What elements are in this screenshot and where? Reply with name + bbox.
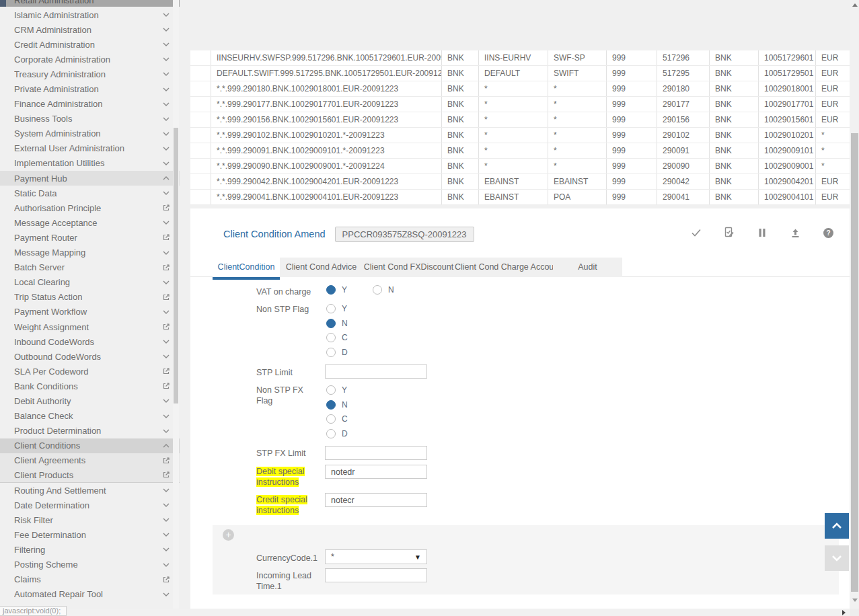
radio-option[interactable]: C [326, 414, 348, 424]
sidebar-item-client-products[interactable]: Client Products [0, 468, 180, 483]
radio-selected-icon[interactable] [326, 285, 336, 295]
sidebar-item-business-tools[interactable]: Business Tools [0, 112, 180, 126]
sidebar-item-implementation-utilities[interactable]: Implementation Utilities [0, 156, 180, 171]
add-row-icon[interactable]: + [223, 529, 234, 541]
sidebar-item-payment-hub[interactable]: Payment Hub [0, 171, 180, 186]
table-row[interactable]: DEFAULT.SWIFT.999.517295.BNK.10051729501… [190, 66, 850, 81]
table-row[interactable]: *.*.999.290156.BNK.10029015601.EUR-20091… [190, 112, 850, 128]
sidebar-item-trip-status-action[interactable]: Trip Status Action [0, 290, 180, 305]
radio-unselected-icon[interactable] [326, 429, 336, 438]
sidebar-item-local-clearing[interactable]: Local Clearing [0, 275, 180, 290]
table-row[interactable]: *.*.999.290042.BNK.10029004201.EUR-20091… [190, 174, 850, 190]
help-icon[interactable]: ? [821, 226, 835, 239]
page-horizontal-scrollbar[interactable] [0, 609, 850, 616]
table-row[interactable]: *.*.999.290180.BNK.10029018001.EUR-20091… [190, 81, 850, 97]
sidebar-item-debit-authority[interactable]: Debit Authority [0, 393, 180, 408]
radio-unselected-icon[interactable] [373, 285, 382, 295]
sidebar-item-claims[interactable]: Claims [0, 572, 180, 587]
sidebar-item-risk-filter[interactable]: Risk Filter [0, 512, 180, 527]
table-row[interactable]: *.*.999.290041.BNK.10029004101.EUR-20091… [190, 190, 850, 205]
radio-option[interactable]: Y [326, 285, 347, 295]
sidebar-item-authorisation-principle[interactable]: Authorisation Principle [0, 200, 180, 215]
sidebar-item-client-conditions[interactable]: Client Conditions [0, 438, 180, 453]
table-row[interactable]: IINSEURHV.SWFSP.999.517296.BNK.100517296… [190, 50, 850, 66]
sidebar-item-private-administration[interactable]: Private Administration [0, 81, 180, 96]
table-row[interactable]: *.*.999.290090.BNK.10029009001.*-2009122… [190, 159, 850, 174]
sidebar-item-message-mapping[interactable]: Message Mapping [0, 245, 180, 260]
radio-unselected-icon[interactable] [326, 385, 336, 395]
page-vertical-scrollbar[interactable] [850, 0, 859, 609]
radio-option-label: D [342, 429, 348, 438]
stp-fx-limit-input[interactable] [325, 446, 427, 460]
radio-unselected-icon[interactable] [326, 414, 336, 424]
currency-code-select[interactable]: * ▼ [325, 549, 427, 564]
sidebar-item-external-user-administration[interactable]: External User Administration [0, 141, 180, 156]
sidebar-scrollbar[interactable] [173, 0, 179, 616]
debit-special-instructions-input[interactable] [325, 465, 427, 479]
sidebar-item-automated-repair-tool[interactable]: Automated Repair Tool [0, 587, 180, 602]
confirm-icon[interactable] [689, 226, 703, 239]
upload-icon[interactable] [788, 226, 802, 239]
sidebar-item-bank-conditions[interactable]: Bank Conditions [0, 379, 180, 393]
table-cell: *.*.999.290177.BNK.10029017701.EUR-20091… [211, 97, 442, 112]
radio-option[interactable]: N [373, 285, 394, 295]
scroll-to-top-button[interactable] [825, 513, 849, 539]
radio-option[interactable]: Y [326, 304, 348, 313]
radio-unselected-icon[interactable] [326, 333, 336, 342]
sidebar-item-payment-router[interactable]: Payment Router [0, 230, 180, 245]
tab-audit[interactable]: Audit [553, 258, 622, 277]
radio-option[interactable]: D [326, 348, 348, 357]
sidebar-item-treasury-administration[interactable]: Treasury Administration [0, 67, 180, 81]
sidebar-item-posting-scheme[interactable]: Posting Scheme [0, 557, 180, 572]
radio-option[interactable]: D [326, 429, 348, 438]
radio-option[interactable]: N [326, 400, 348, 410]
stp-limit-input[interactable] [325, 364, 427, 379]
sidebar-item-message-acceptance[interactable]: Message Acceptance [0, 215, 180, 230]
scrollbar-down-arrow-icon[interactable] [852, 599, 858, 602]
tab-client-cond-fxdiscount[interactable]: Client Cond FXDiscount [363, 258, 455, 277]
sidebar-scrollbar-thumb[interactable] [174, 128, 178, 403]
sidebar-item-system-administration[interactable]: System Administration [0, 126, 180, 141]
sidebar-item-fee-determination[interactable]: Fee Determination [0, 527, 180, 542]
radio-option[interactable]: N [326, 319, 348, 328]
sidebar-item-date-determination[interactable]: Date Determination [0, 498, 180, 512]
sidebar-item-filtering[interactable]: Filtering [0, 542, 180, 557]
sidebar-item-corporate-administration[interactable]: Corporate Administration [0, 52, 180, 67]
table-row[interactable]: *.*.999.290102.BNK.10029010201.*-2009122… [190, 128, 850, 143]
sidebar-item-batch-server[interactable]: Batch Server [0, 260, 180, 275]
scrollbar-up-arrow-icon[interactable] [852, 3, 858, 7]
credit-special-instructions-input[interactable] [325, 493, 427, 507]
radio-selected-icon[interactable] [326, 319, 336, 328]
radio-unselected-icon[interactable] [326, 348, 336, 357]
scrollbar-right-arrow-icon[interactable] [842, 610, 846, 615]
edit-record-icon[interactable] [722, 226, 736, 239]
radio-selected-icon[interactable] [326, 400, 336, 410]
sidebar-item-retail-administration[interactable]: Retail Administration [0, 0, 180, 7]
scroll-to-bottom-button[interactable] [825, 545, 849, 571]
sidebar-item-static-data[interactable]: Static Data [0, 186, 180, 200]
hold-icon[interactable] [755, 226, 769, 239]
sidebar-item-inbound-codewords[interactable]: Inbound CodeWords [0, 334, 180, 349]
tab-client-cond-charge-account[interactable]: Client Cond Charge Account [455, 258, 553, 277]
table-row[interactable]: *.*.999.290177.BNK.10029017701.EUR-20091… [190, 97, 850, 112]
incoming-lead-time-input[interactable] [325, 568, 427, 582]
vertical-scrollbar-thumb[interactable] [851, 133, 858, 592]
sidebar-item-balance-check[interactable]: Balance Check [0, 409, 180, 424]
sidebar-item-payment-workflow[interactable]: Payment Workflow [0, 305, 180, 319]
sidebar-item-outbound-codewords[interactable]: Outbound CodeWords [0, 349, 180, 364]
table-row[interactable]: *.*.999.290091.BNK.10029009101.*-2009122… [190, 143, 850, 159]
sidebar-item-routing-and-settlement[interactable]: Routing And Settlement [0, 483, 180, 498]
sidebar-item-finance-administration[interactable]: Finance Administration [0, 97, 180, 112]
sidebar-item-islamic-administration[interactable]: Islamic Administration [0, 7, 180, 22]
sidebar-item-sla-per-codeword[interactable]: SLA Per Codeword [0, 364, 180, 379]
sidebar-item-product-determination[interactable]: Product Determination [0, 424, 180, 438]
radio-option[interactable]: Y [326, 385, 348, 395]
sidebar-item-client-agreements[interactable]: Client Agreements [0, 453, 180, 468]
tab-client-cond-advice[interactable]: Client Cond Advice [280, 258, 363, 277]
sidebar-item-crm-administration[interactable]: CRM Administration [0, 22, 180, 37]
sidebar-item-weight-assignment[interactable]: Weight Assignment [0, 319, 180, 334]
tab-clientcondition[interactable]: ClientCondition [213, 258, 280, 277]
radio-option[interactable]: C [326, 333, 348, 342]
sidebar-item-credit-administration[interactable]: Credit Administration [0, 37, 180, 52]
radio-unselected-icon[interactable] [326, 304, 336, 313]
